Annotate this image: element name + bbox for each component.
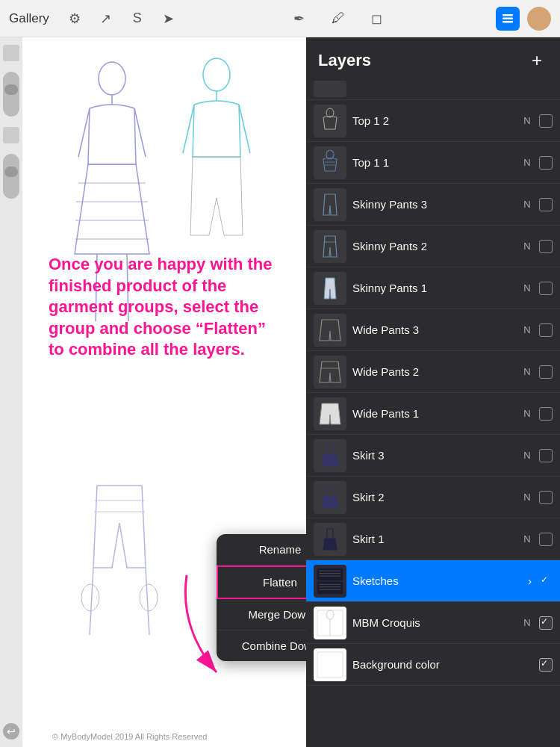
layer-checkbox-wp1[interactable] [539,407,553,421]
navigate-icon[interactable]: ➤ [157,7,181,31]
svg-rect-25 [317,581,343,593]
layer-row[interactable]: Skinny Pants 1 N [306,267,560,309]
layer-row[interactable]: Wide Pants 1 N [306,393,560,435]
layer-checkbox-sk1[interactable] [539,533,553,546]
layer-checkbox-sk2[interactable] [539,491,553,504]
layer-checkbox-sk3[interactable] [539,449,553,462]
svg-point-16 [140,584,158,611]
layer-name-sketches: Sketches [352,574,522,587]
layer-name-wp2: Wide Pants 2 [352,365,515,378]
layer-thumb-wp2 [314,356,346,388]
layer-name-top12: Top 1 2 [352,114,515,127]
layers-button[interactable] [496,7,520,31]
tool-1[interactable] [3,45,19,61]
layer-thumb-wp3 [314,314,346,347]
avatar[interactable] [527,7,551,31]
layer-row[interactable]: Skirt 1 N [306,518,560,560]
layer-mode-sp3: N [521,199,533,210]
top-bar-left: Gallery ⚙ ↗ S ➤ [9,7,181,31]
layer-name-bg: Background color [352,658,515,671]
flatten-menu-item[interactable]: Flatten [217,565,306,599]
layer-thumb-top12 [314,105,346,137]
layer-thumb-top11 [314,146,346,179]
layer-name-sp3: Skinny Pants 3 [352,198,515,211]
top-bar: Gallery ⚙ ↗ S ➤ ✒ 🖊 ◻ [0,0,560,37]
layer-mode-sk2: N [521,492,533,503]
combine-down-menu-item[interactable]: Combine Down [217,630,306,661]
brush-size-slider[interactable] [3,72,19,117]
layer-checkbox-sp3[interactable] [539,198,553,211]
canvas-content: Once you are happy with the finished pro… [22,37,306,747]
pen-icon[interactable]: ✒ [287,7,311,31]
svg-rect-0 [503,14,513,16]
svg-point-15 [81,584,99,611]
layer-mode-mbm: N [521,617,533,628]
layer-row[interactable]: Skirt 2 N [306,477,560,518]
layer-checkbox-top11[interactable] [539,156,553,170]
canvas-area: ↩ [0,37,560,747]
copyright-text: © MyBodyModel 2019 All Rights Reserved [52,732,207,741]
layer-mode-wp1: N [521,408,533,419]
marker-icon[interactable]: 🖊 [326,7,350,31]
layer-name-sk1: Skirt 1 [352,533,515,545]
layer-row-bg[interactable]: Background color [306,644,560,686]
layer-checkbox-sp1[interactable] [539,282,553,295]
layer-row[interactable]: Top 1 1 N [306,142,560,184]
layer-row[interactable]: Wide Pants 2 N [306,351,560,393]
layer-mode-sk3: N [521,450,533,461]
gallery-label[interactable]: Gallery [9,11,49,26]
layer-checkbox-sp2[interactable] [539,240,553,253]
layer-thumb-bg [314,648,346,681]
top-bar-center: ✒ 🖊 ◻ [181,7,496,31]
wrench-icon[interactable]: ⚙ [63,7,87,31]
layer-name-sp1: Skinny Pants 1 [352,282,515,294]
layer-mode-sk1: N [521,533,533,545]
layer-checkbox-top12[interactable] [539,114,553,128]
layers-header: Layers + [306,37,560,78]
layer-thumb-sp2 [314,230,346,263]
cursor-icon[interactable]: ↗ [94,7,118,31]
layer-thumb-sk2 [314,481,346,514]
layer-checkbox-wp3[interactable] [539,323,553,337]
layer-mode-top12: N [521,115,533,126]
layer-name-sp2: Skinny Pants 2 [352,240,515,252]
tool-2[interactable] [3,127,19,143]
layer-row[interactable]: Skirt 3 N [306,435,560,477]
layer-row[interactable]: Top 1 2 N [306,100,560,142]
layer-checkbox-bg[interactable] [539,658,553,672]
rename-menu-item[interactable]: Rename [217,534,306,565]
layer-checkbox-mbm[interactable] [539,616,553,630]
layer-name-wp3: Wide Pants 3 [352,323,515,336]
layers-panel: Layers + Top 1 2 N Top 1 1 [306,37,560,747]
opacity-slider[interactable] [3,154,19,199]
layers-list: Top 1 2 N Top 1 1 N Skinny Pants 3 N [306,100,560,747]
eraser-icon[interactable]: ◻ [365,7,389,31]
add-layer-button[interactable]: + [526,49,548,72]
layer-row-sketches[interactable]: Sketches › [306,560,560,602]
undo-icon[interactable]: ↩ [3,723,19,740]
layer-mode-wp3: N [521,324,533,335]
left-panel: ↩ [0,37,22,747]
svg-rect-2 [503,21,513,23]
layer-thumb-sp1 [314,272,346,305]
script-icon[interactable]: S [125,7,149,31]
layer-mode-top11: N [521,157,533,168]
annotation-text: Once you are happy with the finished pro… [49,254,280,361]
layer-thumb-wp1 [314,397,346,430]
layer-thumb-sp3 [314,188,346,221]
layer-row[interactable]: Skinny Pants 2 N [306,226,560,267]
layer-name-sk3: Skirt 3 [352,449,515,462]
layer-mode-sp2: N [521,241,533,252]
layer-row-mbm[interactable]: MBM Croquis N [306,602,560,644]
layer-checkbox-sketches[interactable] [539,574,553,588]
layer-row[interactable]: Wide Pants 3 N [306,309,560,351]
layer-checkbox-wp2[interactable] [539,365,553,379]
merge-down-menu-item[interactable]: Merge Down [217,599,306,630]
layer-thumb-mbm [314,607,346,639]
layers-title: Layers [318,51,371,70]
svg-point-11 [203,58,230,91]
layer-row[interactable]: Skinny Pants 3 N [306,184,560,226]
svg-rect-35 [317,652,343,678]
layer-name-mbm: MBM Croquis [352,616,515,629]
layer-thumb-sk3 [314,439,346,472]
